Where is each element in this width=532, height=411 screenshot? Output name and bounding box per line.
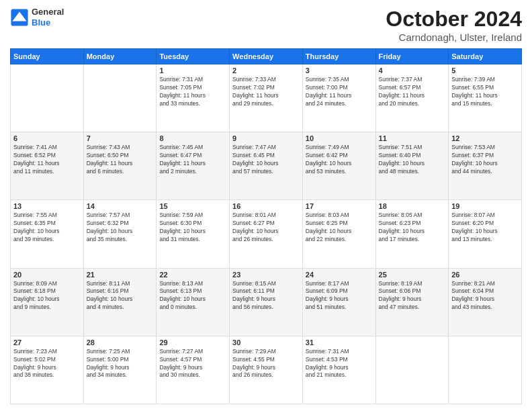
day-number: 14 <box>87 202 154 210</box>
calendar-cell: 8Sunrise: 7:45 AM Sunset: 6:47 PM Daylig… <box>157 132 230 200</box>
calendar-cell: 3Sunrise: 7:35 AM Sunset: 7:00 PM Daylig… <box>302 64 375 132</box>
calendar-cell: 20Sunrise: 8:09 AM Sunset: 6:18 PM Dayli… <box>11 268 84 336</box>
col-friday: Friday <box>375 49 449 64</box>
calendar-cell: 29Sunrise: 7:27 AM Sunset: 4:57 PM Dayli… <box>157 336 230 404</box>
cell-content: Sunrise: 7:47 AM Sunset: 6:45 PM Dayligh… <box>232 144 300 176</box>
day-number: 19 <box>451 202 519 210</box>
calendar-cell: 6Sunrise: 7:41 AM Sunset: 6:52 PM Daylig… <box>11 132 84 200</box>
day-number: 26 <box>451 271 519 279</box>
day-number: 8 <box>159 134 226 142</box>
calendar-week-5: 27Sunrise: 7:23 AM Sunset: 5:02 PM Dayli… <box>11 336 522 404</box>
calendar-title: October 2024 <box>386 7 522 32</box>
calendar-cell <box>375 336 449 404</box>
calendar-cell: 11Sunrise: 7:51 AM Sunset: 6:40 PM Dayli… <box>375 132 449 200</box>
day-number: 24 <box>306 271 373 279</box>
day-number: 23 <box>232 271 300 279</box>
cell-content: Sunrise: 8:11 AM Sunset: 6:16 PM Dayligh… <box>87 280 154 312</box>
cell-content: Sunrise: 8:07 AM Sunset: 6:20 PM Dayligh… <box>451 212 519 244</box>
cell-content: Sunrise: 7:57 AM Sunset: 6:32 PM Dayligh… <box>87 212 154 244</box>
cell-content: Sunrise: 8:13 AM Sunset: 6:13 PM Dayligh… <box>159 280 226 312</box>
day-number: 25 <box>379 271 446 279</box>
day-number: 11 <box>379 134 446 142</box>
day-number: 28 <box>87 338 154 347</box>
cell-content: Sunrise: 8:05 AM Sunset: 6:23 PM Dayligh… <box>379 212 446 244</box>
calendar-cell: 9Sunrise: 7:47 AM Sunset: 6:45 PM Daylig… <box>230 132 303 200</box>
cell-content: Sunrise: 7:49 AM Sunset: 6:42 PM Dayligh… <box>306 144 373 176</box>
cell-content: Sunrise: 7:23 AM Sunset: 5:02 PM Dayligh… <box>13 348 81 380</box>
logo-icon <box>10 8 29 27</box>
calendar-cell <box>11 64 84 132</box>
cell-content: Sunrise: 7:37 AM Sunset: 6:57 PM Dayligh… <box>379 76 446 108</box>
col-tuesday: Tuesday <box>157 49 230 64</box>
logo: General Blue <box>10 7 64 28</box>
cell-content: Sunrise: 7:45 AM Sunset: 6:47 PM Dayligh… <box>159 144 226 176</box>
calendar-cell: 19Sunrise: 8:07 AM Sunset: 6:20 PM Dayli… <box>449 200 522 268</box>
day-number: 4 <box>379 66 446 75</box>
calendar-table: Sunday Monday Tuesday Wednesday Thursday… <box>10 48 522 404</box>
cell-content: Sunrise: 8:09 AM Sunset: 6:18 PM Dayligh… <box>13 280 81 312</box>
calendar-cell: 10Sunrise: 7:49 AM Sunset: 6:42 PM Dayli… <box>302 132 375 200</box>
cell-content: Sunrise: 8:01 AM Sunset: 6:27 PM Dayligh… <box>232 212 300 244</box>
calendar-cell: 15Sunrise: 7:59 AM Sunset: 6:30 PM Dayli… <box>157 200 230 268</box>
day-number: 10 <box>306 134 373 142</box>
day-number: 17 <box>306 202 373 210</box>
header: General Blue October 2024 Carndonagh, Ul… <box>10 7 522 43</box>
cell-content: Sunrise: 7:31 AM Sunset: 7:05 PM Dayligh… <box>159 76 226 108</box>
calendar-subtitle: Carndonagh, Ulster, Ireland <box>386 32 522 43</box>
calendar-cell: 14Sunrise: 7:57 AM Sunset: 6:32 PM Dayli… <box>83 200 157 268</box>
day-number: 9 <box>232 134 300 142</box>
calendar-cell <box>83 64 157 132</box>
calendar-week-1: 1Sunrise: 7:31 AM Sunset: 7:05 PM Daylig… <box>11 64 522 132</box>
cell-content: Sunrise: 7:29 AM Sunset: 4:55 PM Dayligh… <box>232 348 300 380</box>
logo-line1: General <box>32 7 64 17</box>
cell-content: Sunrise: 7:43 AM Sunset: 6:50 PM Dayligh… <box>87 144 154 176</box>
calendar-cell: 12Sunrise: 7:53 AM Sunset: 6:37 PM Dayli… <box>449 132 522 200</box>
title-section: October 2024 Carndonagh, Ulster, Ireland <box>386 7 522 43</box>
calendar-week-3: 13Sunrise: 7:55 AM Sunset: 6:35 PM Dayli… <box>11 200 522 268</box>
calendar-cell: 23Sunrise: 8:15 AM Sunset: 6:11 PM Dayli… <box>230 268 303 336</box>
cell-content: Sunrise: 7:55 AM Sunset: 6:35 PM Dayligh… <box>13 212 81 244</box>
cell-content: Sunrise: 7:53 AM Sunset: 6:37 PM Dayligh… <box>451 144 519 176</box>
day-number: 6 <box>13 134 81 142</box>
day-number: 3 <box>306 66 373 75</box>
day-number: 31 <box>306 338 373 347</box>
calendar-cell: 18Sunrise: 8:05 AM Sunset: 6:23 PM Dayli… <box>375 200 449 268</box>
day-number: 20 <box>13 271 81 279</box>
logo-text: General Blue <box>32 7 64 28</box>
col-thursday: Thursday <box>302 49 375 64</box>
day-number: 16 <box>232 202 300 210</box>
calendar-cell <box>449 336 522 404</box>
day-number: 2 <box>232 66 300 75</box>
calendar-cell: 5Sunrise: 7:39 AM Sunset: 6:55 PM Daylig… <box>449 64 522 132</box>
calendar-cell: 22Sunrise: 8:13 AM Sunset: 6:13 PM Dayli… <box>157 268 230 336</box>
day-number: 22 <box>159 271 226 279</box>
calendar-cell: 17Sunrise: 8:03 AM Sunset: 6:25 PM Dayli… <box>302 200 375 268</box>
day-number: 15 <box>159 202 226 210</box>
logo-line2: Blue <box>32 17 64 28</box>
day-number: 1 <box>159 66 226 75</box>
calendar-cell: 4Sunrise: 7:37 AM Sunset: 6:57 PM Daylig… <box>375 64 449 132</box>
calendar-week-2: 6Sunrise: 7:41 AM Sunset: 6:52 PM Daylig… <box>11 132 522 200</box>
cell-content: Sunrise: 7:51 AM Sunset: 6:40 PM Dayligh… <box>379 144 446 176</box>
day-number: 18 <box>379 202 446 210</box>
cell-content: Sunrise: 7:27 AM Sunset: 4:57 PM Dayligh… <box>159 348 226 380</box>
calendar-cell: 7Sunrise: 7:43 AM Sunset: 6:50 PM Daylig… <box>83 132 157 200</box>
calendar-cell: 1Sunrise: 7:31 AM Sunset: 7:05 PM Daylig… <box>157 64 230 132</box>
calendar-week-4: 20Sunrise: 8:09 AM Sunset: 6:18 PM Dayli… <box>11 268 522 336</box>
calendar-cell: 27Sunrise: 7:23 AM Sunset: 5:02 PM Dayli… <box>11 336 84 404</box>
cell-content: Sunrise: 8:15 AM Sunset: 6:11 PM Dayligh… <box>232 280 300 312</box>
cell-content: Sunrise: 7:39 AM Sunset: 6:55 PM Dayligh… <box>451 76 519 108</box>
col-sunday: Sunday <box>11 49 84 64</box>
cell-content: Sunrise: 8:03 AM Sunset: 6:25 PM Dayligh… <box>306 212 373 244</box>
calendar-cell: 16Sunrise: 8:01 AM Sunset: 6:27 PM Dayli… <box>230 200 303 268</box>
calendar-cell: 26Sunrise: 8:21 AM Sunset: 6:04 PM Dayli… <box>449 268 522 336</box>
calendar-header-row: Sunday Monday Tuesday Wednesday Thursday… <box>11 49 522 64</box>
cell-content: Sunrise: 7:35 AM Sunset: 7:00 PM Dayligh… <box>306 76 373 108</box>
cell-content: Sunrise: 7:31 AM Sunset: 4:53 PM Dayligh… <box>306 348 373 380</box>
col-monday: Monday <box>83 49 157 64</box>
page: General Blue October 2024 Carndonagh, Ul… <box>0 0 532 411</box>
calendar-cell: 24Sunrise: 8:17 AM Sunset: 6:09 PM Dayli… <box>302 268 375 336</box>
day-number: 30 <box>232 338 300 347</box>
cell-content: Sunrise: 8:19 AM Sunset: 6:06 PM Dayligh… <box>379 280 446 312</box>
col-wednesday: Wednesday <box>230 49 303 64</box>
